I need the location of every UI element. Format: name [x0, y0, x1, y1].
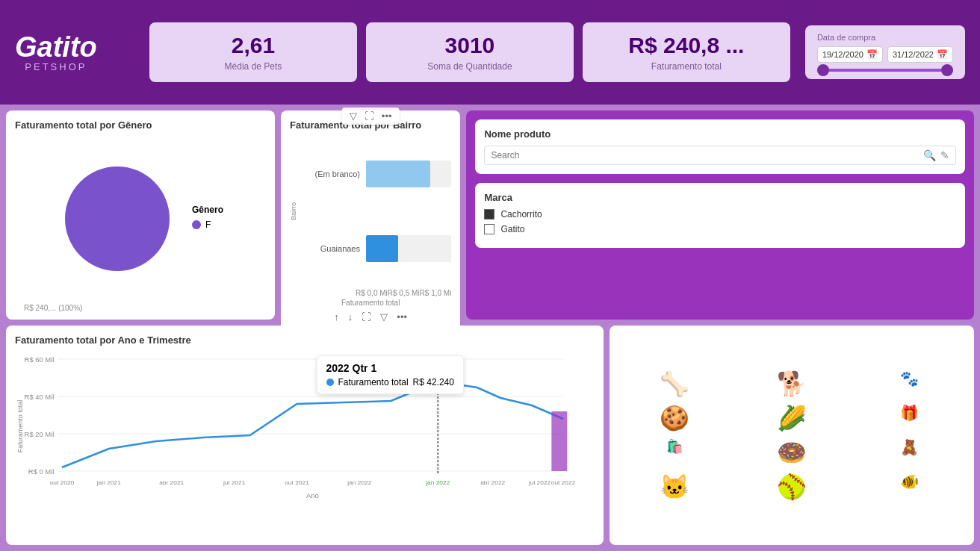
pet-icon-2: 🐾 — [854, 370, 965, 398]
kpi-value-2: R$ 240,8 ... — [601, 33, 772, 58]
pie-legend: Gênero F — [192, 205, 223, 233]
svg-text:jan 2022: jan 2022 — [425, 479, 450, 486]
bar-toolbar: ▽ ⛶ ••• — [342, 108, 400, 125]
pet-images-card: 🦴 🐕 🐾 🍪 🌽 🎁 🛍️ 🍩 🧸 🐱 🥎 🐠 — [610, 326, 974, 545]
kpi-card-0: 2,61 Média de Pets — [149, 22, 357, 82]
bar-rows: (Em branco) Guaianaes — [300, 137, 451, 286]
kpi-label-0: Média de Pets — [167, 61, 339, 72]
pet-icon-5: 🎁 — [854, 404, 965, 432]
logo-name: Gatito — [15, 33, 97, 61]
axis-label-0: R$ 0,0 Mi — [356, 289, 388, 297]
date-filter-title: Data de compra — [817, 33, 953, 42]
bar-row-0: (Em branco) — [300, 137, 451, 211]
bar-chart-card: Faturamento total por Bairro Bairro (Em … — [281, 110, 460, 333]
tooltip-item: Faturamento total R$ 42.240 — [326, 377, 454, 387]
date-start[interactable]: 19/12/2020 📅 — [817, 46, 883, 63]
bar-fill-0 — [366, 161, 430, 187]
bar-fill-1 — [366, 235, 398, 262]
brand-checkbox-1[interactable] — [484, 224, 494, 234]
line-chart-title: Faturamento total por Ano e Trimestre — [15, 334, 595, 346]
right-panel: Nome produto 🔍 ✎ Marca Cachorrito Gatito — [466, 110, 974, 320]
pet-icon-9: 🐱 — [618, 473, 730, 501]
pet-icon-6: 🛍️ — [618, 438, 730, 467]
pet-icons-grid: 🦴 🐕 🐾 🍪 🌽 🎁 🛍️ 🍩 🧸 🐱 🥎 🐠 — [618, 370, 965, 501]
filter-icon-btn[interactable]: ▽ — [347, 109, 360, 123]
expand-btn[interactable]: ⛶ — [359, 310, 374, 324]
tooltip-bubble: 2022 Qtr 1 Faturamento total R$ 42.240 — [317, 355, 464, 394]
date-filter: Data de compra 19/12/2020 📅 31/12/2022 📅 — [805, 25, 965, 79]
svg-text:jan 2021: jan 2021 — [96, 479, 122, 486]
brand-checkbox-0[interactable] — [484, 209, 494, 220]
kpi-value-1: 3010 — [384, 33, 556, 58]
pet-icon-8: 🧸 — [854, 438, 965, 467]
bar-bottom-toolbar: ↑ ↓ ⛶ ▽ ••• — [290, 310, 451, 324]
pie-chart-card: Faturamento total por Gênero Gênero F R$… — [6, 110, 275, 320]
marca-title: Marca — [484, 192, 956, 203]
kpi-card-2: R$ 240,8 ... Faturamento total — [583, 22, 790, 82]
legend-dot-0 — [192, 220, 201, 229]
kpi-card-1: 3010 Soma de Quantidade — [366, 22, 574, 82]
bar-x-label: Faturamento total — [290, 299, 451, 307]
product-filter-title: Nome produto — [484, 128, 956, 140]
pet-icon-11: 🐠 — [854, 473, 965, 501]
slider-fill — [817, 69, 953, 72]
slider-thumb-left[interactable] — [817, 64, 829, 76]
kpi-value-0: 2,61 — [167, 33, 339, 58]
kpi-cards: 2,61 Média de Pets 3010 Soma de Quantida… — [149, 22, 790, 82]
pie-chart-title: Faturamento total por Gênero — [15, 119, 266, 131]
bar-track-0 — [366, 161, 451, 187]
sort-desc-btn[interactable]: ↓ — [345, 310, 356, 324]
search-box: 🔍 ✎ — [484, 146, 956, 165]
svg-rect-11 — [551, 411, 567, 471]
line-chart-container: 2022 Qtr 1 Faturamento total R$ 42.240 R… — [15, 352, 595, 531]
bar-chart-wrapper: ▽ ⛶ ••• Faturamento total por Bairro Bai… — [281, 110, 460, 320]
bar-track-1 — [366, 235, 451, 262]
expand-icon-btn[interactable]: ⛶ — [362, 109, 377, 123]
kpi-label-1: Soma de Quantidade — [384, 61, 556, 72]
svg-text:out 2021: out 2021 — [285, 479, 309, 486]
calendar-start-icon: 📅 — [866, 49, 878, 60]
bar-y-label: Bairro — [290, 202, 297, 220]
pie-container: Gênero F — [15, 137, 266, 301]
svg-point-0 — [65, 166, 170, 271]
date-end[interactable]: 31/12/2022 📅 — [887, 46, 953, 63]
svg-text:out 2022: out 2022 — [551, 479, 576, 486]
brand-item-1[interactable]: Gatito — [484, 224, 956, 234]
filter-btn[interactable]: ▽ — [377, 310, 391, 324]
bar-chart-area: Bairro (Em branco) Guaianaes — [290, 137, 451, 286]
more-btn2[interactable]: ••• — [394, 310, 410, 324]
logo-sub: PETSHOP — [15, 61, 97, 72]
date-slider[interactable] — [817, 69, 953, 72]
more-icon-btn[interactable]: ••• — [379, 109, 395, 123]
search-input[interactable] — [491, 150, 919, 161]
tooltip-label: Faturamento total — [338, 377, 409, 387]
main-content: Faturamento total por Gênero Gênero F R$… — [0, 105, 980, 551]
slider-thumb-right[interactable] — [941, 64, 953, 76]
svg-text:R$ 20 Mil: R$ 20 Mil — [25, 431, 55, 438]
sort-asc-btn[interactable]: ↑ — [331, 310, 342, 324]
pet-icon-10: 🥎 — [736, 473, 847, 501]
bar-label-1: Guaianaes — [300, 244, 360, 253]
svg-text:abr 2022: abr 2022 — [480, 479, 506, 486]
svg-text:jan 2022: jan 2022 — [347, 479, 372, 486]
svg-text:out 2020: out 2020 — [50, 479, 75, 486]
bar-y-axis-container: Bairro — [290, 137, 300, 286]
pie-annotation: R$ 240,... (100%) — [24, 304, 266, 312]
line-chart-card: Faturamento total por Ano e Trimestre 20… — [6, 326, 604, 545]
svg-text:R$ 0 Mil: R$ 0 Mil — [28, 468, 55, 476]
pie-legend-title: Gênero — [192, 205, 223, 215]
svg-text:R$ 60 Mil: R$ 60 Mil — [25, 356, 55, 364]
top-row: Faturamento total por Gênero Gênero F R$… — [6, 110, 974, 320]
search-icon[interactable]: 🔍 — [923, 149, 936, 161]
pencil-icon[interactable]: ✎ — [940, 149, 949, 161]
brand-label-0: Cachorrito — [500, 209, 542, 220]
svg-text:jul 2021: jul 2021 — [223, 479, 246, 486]
brand-item-0[interactable]: Cachorrito — [484, 209, 956, 220]
kpi-label-2: Faturamento total — [601, 61, 772, 72]
svg-text:abr 2021: abr 2021 — [159, 479, 184, 486]
marca-section: Marca Cachorrito Gatito — [475, 183, 965, 248]
bar-label-0: (Em branco) — [300, 169, 360, 178]
legend-item-0: F — [192, 220, 223, 230]
svg-text:Faturamento total: Faturamento total — [16, 400, 24, 453]
date-start-value: 19/12/2020 — [822, 50, 863, 59]
